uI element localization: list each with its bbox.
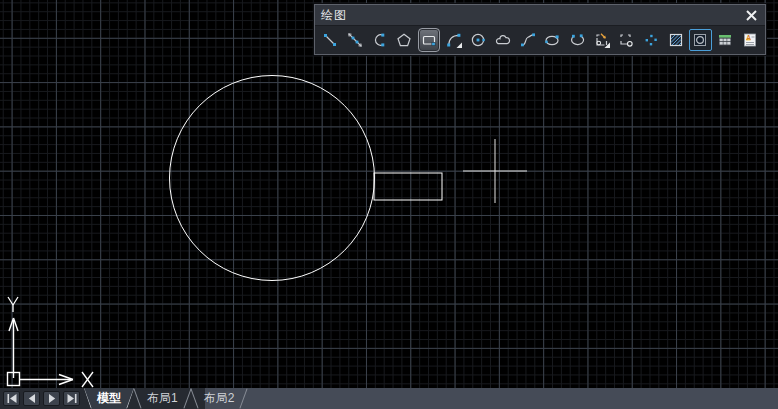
circle-tool-button[interactable] (466, 27, 491, 53)
polygon-icon (396, 32, 412, 48)
ellipse-arc-tool-button[interactable] (565, 27, 590, 53)
first-tab-button[interactable] (3, 391, 20, 406)
construction-line-icon (347, 32, 363, 48)
make-block-tool-button[interactable] (614, 27, 639, 53)
tab-edge (190, 388, 198, 408)
ucs-x-label (82, 372, 93, 387)
point-tool-button[interactable] (639, 27, 664, 53)
line-tool-button[interactable] (318, 27, 343, 53)
arc-tool-button[interactable] (441, 27, 466, 53)
flyout-indicator (456, 43, 462, 49)
point-icon (643, 32, 659, 48)
svg-text:A: A (746, 34, 751, 41)
make-block-icon (618, 32, 634, 48)
sheet-tabs: 模型 布局1 布局2 (84, 388, 247, 409)
ucs-y-label (8, 297, 18, 312)
rectangle-tool-button[interactable] (417, 27, 442, 53)
drawing-entities (0, 0, 778, 388)
close-icon[interactable] (743, 7, 759, 23)
ellipse-arc-icon (569, 32, 585, 48)
previous-tab-icon (26, 393, 38, 404)
tab-model[interactable]: 模型 (84, 388, 134, 409)
layout-tab-bar: 模型 布局1 布局2 (0, 388, 778, 409)
next-tab-icon (46, 393, 58, 404)
tab-edge (133, 388, 141, 408)
spline-tool-button[interactable] (515, 27, 540, 53)
revision-cloud-icon (495, 32, 511, 48)
mtext-icon: A (742, 32, 758, 48)
hatch-icon (668, 32, 684, 48)
draw-toolbar-palette[interactable]: 绘图 (314, 4, 766, 55)
draw-toolbar-title: 绘图 (321, 7, 347, 24)
spline-icon (520, 32, 536, 48)
table-icon (717, 32, 733, 48)
tab-layout2-label: 布局2 (204, 390, 235, 407)
insert-block-icon (594, 32, 610, 48)
tab-layout2[interactable]: 布局2 (191, 388, 248, 409)
draw-toolbar-titlebar[interactable]: 绘图 (315, 5, 765, 26)
polyline-tool-button[interactable] (367, 27, 392, 53)
first-tab-icon (6, 393, 18, 404)
ellipse-icon (544, 32, 560, 48)
arc-icon (446, 32, 462, 48)
horizontal-scrollbar[interactable] (205, 388, 778, 409)
polyline-icon (372, 32, 388, 48)
ellipse-tool-button[interactable] (540, 27, 565, 53)
line-icon (322, 32, 338, 48)
rectangle-icon (421, 32, 437, 48)
circle-icon (470, 32, 486, 48)
drawn-circle[interactable] (170, 76, 375, 281)
cad-application-window: 绘图 (0, 0, 778, 409)
tab-model-label: 模型 (97, 390, 121, 407)
previous-tab-button[interactable] (23, 391, 40, 406)
revision-cloud-tool-button[interactable] (491, 27, 516, 53)
tab-edge (240, 388, 248, 408)
hatch-tool-button[interactable] (663, 27, 688, 53)
table-tool-button[interactable] (713, 27, 738, 53)
last-tab-button[interactable] (63, 391, 80, 406)
tab-edge (83, 388, 91, 408)
tab-layout1[interactable]: 布局1 (134, 388, 191, 409)
draw-toolbar-buttons: A (315, 26, 765, 54)
ucs-icon (8, 297, 94, 387)
tab-layout1-label: 布局1 (147, 390, 178, 407)
crosshair-cursor (463, 139, 527, 203)
flyout-indicator (604, 43, 610, 49)
polygon-tool-button[interactable] (392, 27, 417, 53)
insert-block-tool-button[interactable] (589, 27, 614, 53)
last-tab-icon (66, 393, 78, 404)
gradient-icon (692, 32, 708, 48)
next-tab-button[interactable] (43, 391, 60, 406)
model-space-canvas[interactable] (0, 0, 778, 388)
mtext-tool-button[interactable]: A (737, 27, 762, 53)
construction-line-tool-button[interactable] (343, 27, 368, 53)
gradient-tool-button[interactable] (688, 27, 713, 53)
drawn-rectangle[interactable] (374, 173, 442, 200)
